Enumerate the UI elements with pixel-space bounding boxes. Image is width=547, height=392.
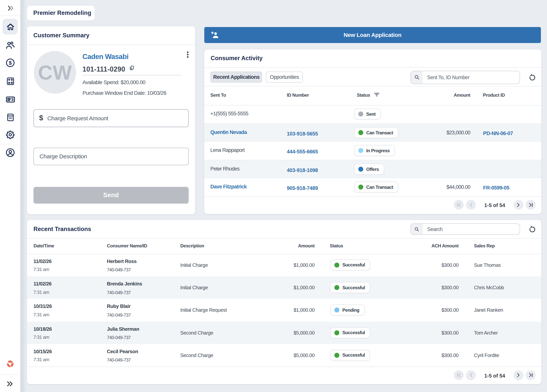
svg-text:$: $ — [11, 97, 13, 102]
svg-text:$: $ — [9, 60, 12, 66]
